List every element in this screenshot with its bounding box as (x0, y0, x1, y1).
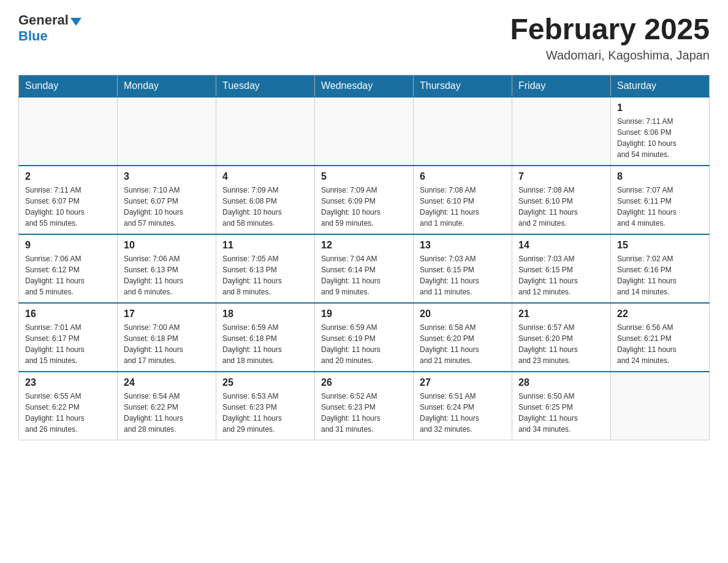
calendar-cell: 13Sunrise: 7:03 AMSunset: 6:15 PMDayligh… (414, 234, 512, 303)
day-info: Sunrise: 7:02 AMSunset: 6:16 PMDaylight:… (617, 253, 703, 297)
day-number: 13 (420, 240, 506, 251)
page-header: General Blue February 2025 Wadomari, Kag… (18, 12, 710, 63)
day-number: 27 (420, 377, 506, 388)
day-number: 12 (321, 240, 407, 251)
weekday-header-thursday: Thursday (414, 75, 512, 98)
calendar-cell: 23Sunrise: 6:55 AMSunset: 6:22 PMDayligh… (19, 372, 118, 440)
calendar-cell: 9Sunrise: 7:06 AMSunset: 6:12 PMDaylight… (19, 234, 118, 303)
day-number: 26 (321, 377, 407, 388)
weekday-header-friday: Friday (512, 75, 611, 98)
day-number: 9 (25, 240, 111, 251)
day-info: Sunrise: 7:01 AMSunset: 6:17 PMDaylight:… (25, 322, 111, 366)
day-info: Sunrise: 7:06 AMSunset: 6:12 PMDaylight:… (25, 253, 111, 297)
day-number: 11 (222, 240, 308, 251)
day-info: Sunrise: 6:55 AMSunset: 6:22 PMDaylight:… (25, 391, 111, 435)
calendar-cell: 7Sunrise: 7:08 AMSunset: 6:10 PMDaylight… (512, 166, 611, 234)
calendar-cell: 21Sunrise: 6:57 AMSunset: 6:20 PMDayligh… (512, 303, 611, 372)
weekday-header-saturday: Saturday (611, 75, 710, 98)
day-number: 17 (124, 308, 210, 320)
logo-triangle-icon (70, 18, 82, 26)
calendar-cell: 28Sunrise: 6:50 AMSunset: 6:25 PMDayligh… (512, 372, 611, 440)
day-info: Sunrise: 6:56 AMSunset: 6:21 PMDaylight:… (617, 322, 703, 366)
day-info: Sunrise: 7:11 AMSunset: 6:07 PMDaylight:… (25, 185, 111, 229)
day-info: Sunrise: 7:04 AMSunset: 6:14 PMDaylight:… (321, 253, 407, 297)
day-number: 6 (420, 171, 506, 182)
calendar-table: SundayMondayTuesdayWednesdayThursdayFrid… (18, 75, 710, 440)
day-info: Sunrise: 6:57 AMSunset: 6:20 PMDaylight:… (518, 322, 604, 366)
logo-blue: Blue (18, 28, 48, 44)
day-number: 15 (617, 240, 703, 251)
week-row-3: 9Sunrise: 7:06 AMSunset: 6:12 PMDaylight… (19, 234, 710, 303)
day-info: Sunrise: 7:05 AMSunset: 6:13 PMDaylight:… (222, 253, 308, 297)
day-number: 2 (25, 171, 111, 182)
location: Wadomari, Kagoshima, Japan (510, 48, 710, 63)
day-info: Sunrise: 7:09 AMSunset: 6:08 PMDaylight:… (222, 185, 308, 229)
calendar-cell: 4Sunrise: 7:09 AMSunset: 6:08 PMDaylight… (216, 166, 315, 234)
day-info: Sunrise: 7:08 AMSunset: 6:10 PMDaylight:… (420, 185, 506, 229)
day-info: Sunrise: 7:03 AMSunset: 6:15 PMDaylight:… (420, 253, 506, 297)
calendar-cell: 27Sunrise: 6:51 AMSunset: 6:24 PMDayligh… (414, 372, 512, 440)
weekday-header-wednesday: Wednesday (315, 75, 414, 98)
day-info: Sunrise: 7:06 AMSunset: 6:13 PMDaylight:… (124, 253, 210, 297)
day-info: Sunrise: 7:03 AMSunset: 6:15 PMDaylight:… (518, 253, 604, 297)
day-number: 7 (518, 171, 604, 182)
title-section: February 2025 Wadomari, Kagoshima, Japan (510, 12, 710, 63)
calendar-cell: 10Sunrise: 7:06 AMSunset: 6:13 PMDayligh… (118, 234, 216, 303)
day-info: Sunrise: 7:09 AMSunset: 6:09 PMDaylight:… (321, 185, 407, 229)
day-info: Sunrise: 6:58 AMSunset: 6:20 PMDaylight:… (420, 322, 506, 366)
day-info: Sunrise: 6:53 AMSunset: 6:23 PMDaylight:… (222, 391, 308, 435)
day-info: Sunrise: 6:59 AMSunset: 6:18 PMDaylight:… (222, 322, 308, 366)
calendar-cell: 8Sunrise: 7:07 AMSunset: 6:11 PMDaylight… (611, 166, 710, 234)
day-number: 5 (321, 171, 407, 182)
week-row-5: 23Sunrise: 6:55 AMSunset: 6:22 PMDayligh… (19, 372, 710, 440)
day-number: 28 (518, 377, 604, 388)
day-info: Sunrise: 7:08 AMSunset: 6:10 PMDaylight:… (518, 185, 604, 229)
day-info: Sunrise: 7:10 AMSunset: 6:07 PMDaylight:… (124, 185, 210, 229)
day-number: 8 (617, 171, 703, 182)
day-info: Sunrise: 6:51 AMSunset: 6:24 PMDaylight:… (420, 391, 506, 435)
calendar-cell (216, 97, 315, 166)
calendar-cell: 6Sunrise: 7:08 AMSunset: 6:10 PMDaylight… (414, 166, 512, 234)
day-number: 25 (222, 377, 308, 388)
weekday-header-monday: Monday (118, 75, 216, 98)
week-row-1: 1Sunrise: 7:11 AMSunset: 6:06 PMDaylight… (19, 97, 710, 166)
day-number: 18 (222, 308, 308, 320)
day-number: 24 (124, 377, 210, 388)
calendar-cell: 1Sunrise: 7:11 AMSunset: 6:06 PMDaylight… (611, 97, 710, 166)
day-number: 21 (518, 308, 604, 320)
calendar-cell (611, 372, 710, 440)
week-row-2: 2Sunrise: 7:11 AMSunset: 6:07 PMDaylight… (19, 166, 710, 234)
calendar-cell: 5Sunrise: 7:09 AMSunset: 6:09 PMDaylight… (315, 166, 414, 234)
week-row-4: 16Sunrise: 7:01 AMSunset: 6:17 PMDayligh… (19, 303, 710, 372)
calendar-cell (118, 97, 216, 166)
calendar-cell (315, 97, 414, 166)
calendar-cell: 11Sunrise: 7:05 AMSunset: 6:13 PMDayligh… (216, 234, 315, 303)
day-info: Sunrise: 6:50 AMSunset: 6:25 PMDaylight:… (518, 391, 604, 435)
day-info: Sunrise: 6:54 AMSunset: 6:22 PMDaylight:… (124, 391, 210, 435)
day-number: 20 (420, 308, 506, 320)
calendar-cell: 14Sunrise: 7:03 AMSunset: 6:15 PMDayligh… (512, 234, 611, 303)
calendar-cell: 20Sunrise: 6:58 AMSunset: 6:20 PMDayligh… (414, 303, 512, 372)
calendar-cell (19, 97, 118, 166)
calendar-cell: 24Sunrise: 6:54 AMSunset: 6:22 PMDayligh… (118, 372, 216, 440)
logo-general: General (18, 12, 69, 28)
day-number: 19 (321, 308, 407, 320)
day-number: 22 (617, 308, 703, 320)
calendar-cell: 3Sunrise: 7:10 AMSunset: 6:07 PMDaylight… (118, 166, 216, 234)
day-info: Sunrise: 7:00 AMSunset: 6:18 PMDaylight:… (124, 322, 210, 366)
weekday-header-tuesday: Tuesday (216, 75, 315, 98)
day-info: Sunrise: 6:59 AMSunset: 6:19 PMDaylight:… (321, 322, 407, 366)
calendar-cell: 17Sunrise: 7:00 AMSunset: 6:18 PMDayligh… (118, 303, 216, 372)
day-info: Sunrise: 7:07 AMSunset: 6:11 PMDaylight:… (617, 185, 703, 229)
day-info: Sunrise: 7:11 AMSunset: 6:06 PMDaylight:… (617, 116, 703, 160)
calendar-cell: 25Sunrise: 6:53 AMSunset: 6:23 PMDayligh… (216, 372, 315, 440)
calendar-cell: 22Sunrise: 6:56 AMSunset: 6:21 PMDayligh… (611, 303, 710, 372)
calendar-cell: 19Sunrise: 6:59 AMSunset: 6:19 PMDayligh… (315, 303, 414, 372)
calendar-cell: 16Sunrise: 7:01 AMSunset: 6:17 PMDayligh… (19, 303, 118, 372)
calendar-cell (414, 97, 512, 166)
calendar-cell: 15Sunrise: 7:02 AMSunset: 6:16 PMDayligh… (611, 234, 710, 303)
day-number: 14 (518, 240, 604, 251)
calendar-title: February 2025 (510, 12, 710, 46)
day-number: 3 (124, 171, 210, 182)
day-number: 23 (25, 377, 111, 388)
